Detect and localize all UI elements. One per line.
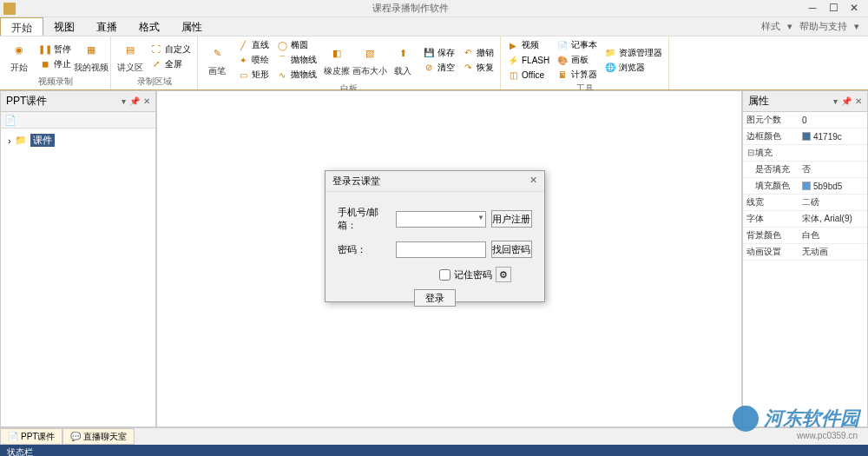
right-panel-title: 属性 (748, 94, 769, 109)
eraser-icon: ◧ (326, 43, 347, 63)
panel-pin-icon[interactable]: 📌 (841, 96, 852, 106)
tree-item-courseware[interactable]: › 📁 课件 (4, 132, 152, 149)
browser-button[interactable]: 🌐浏览器 (602, 61, 665, 75)
office-icon: ◫ (507, 69, 519, 81)
expand-icon: › (8, 135, 11, 146)
film-icon: ▦ (81, 39, 102, 60)
dialog-title: 登录云课堂 (332, 175, 380, 188)
group-record-label: 视频录制 (3, 75, 107, 89)
rect-button[interactable]: ▭矩形 (234, 68, 272, 82)
notepad-button[interactable]: 📄记事本 (554, 38, 600, 52)
undo-button[interactable]: ↶撤销 (459, 46, 496, 60)
my-video-button[interactable]: ▦ 我的视频 (76, 38, 107, 75)
redo-button[interactable]: ↷恢复 (459, 61, 496, 75)
folder-icon: 📁 (604, 47, 616, 59)
prop-font[interactable]: 字体 宋体, Arial(9) (743, 211, 867, 228)
curve-icon: ⌒ (276, 54, 288, 66)
help-link[interactable]: 帮助与支持 (799, 20, 847, 33)
settings-button[interactable]: ⚙ (496, 267, 511, 282)
record-icon: ◉ (9, 39, 30, 60)
tab-live[interactable]: 直播 (86, 17, 128, 36)
clear-button[interactable]: ⊘清空 (420, 61, 457, 75)
oval-button[interactable]: ◯椭圆 (273, 38, 319, 52)
group-area-label: 录制区域 (115, 75, 194, 89)
tab-properties[interactable]: 属性 (171, 17, 214, 36)
bottom-tab-ppt[interactable]: 📄PPT课件 (0, 428, 62, 445)
line-button[interactable]: ╱直线 (234, 38, 272, 52)
notepad-icon: 📄 (556, 39, 569, 51)
flash-button[interactable]: ⚡FLASH (504, 53, 552, 67)
parabola-button[interactable]: ⌒抛物线 (273, 53, 319, 67)
bottom-tab-chat[interactable]: 💬直播聊天室 (62, 428, 135, 445)
find-password-button[interactable]: 找回密码 (491, 241, 532, 258)
status-bar: 状态栏 (0, 445, 868, 456)
prop-animation[interactable]: 动画设置 无动画 (743, 244, 867, 261)
eraser-button[interactable]: ◧ 橡皮擦 (321, 38, 352, 82)
dialog-close-button[interactable]: ✕ (529, 175, 537, 188)
spray-button[interactable]: ✦喷绘 (234, 53, 272, 67)
prop-fill-color[interactable]: 填充颜色 5b9bd5 (743, 178, 867, 195)
prop-prim-count: 图元个数 0 (743, 112, 867, 129)
prop-line-width[interactable]: 线宽 二磅 (743, 195, 867, 211)
login-button[interactable]: 登录 (414, 289, 456, 307)
redo-icon: ↷ (462, 62, 474, 74)
drawboard-button[interactable]: 🎨画板 (554, 53, 600, 67)
office-button[interactable]: ◫Office (504, 68, 552, 82)
panel-close-icon[interactable]: ✕ (855, 96, 862, 106)
import-icon: ⬆ (392, 43, 413, 63)
panel-dropdown-icon[interactable]: ▾ (122, 96, 126, 106)
chat-icon: 💬 (70, 432, 81, 441)
remember-checkbox[interactable] (439, 269, 450, 281)
style-link[interactable]: 样式 (761, 20, 780, 33)
minimize-button[interactable]: ─ (806, 2, 819, 16)
left-panel-title: PPT课件 (6, 94, 47, 109)
phone-input[interactable] (396, 211, 486, 228)
spray-icon: ✦ (237, 54, 249, 66)
import-button[interactable]: ⬆ 载入 (387, 38, 418, 82)
brush-icon: ✎ (207, 43, 227, 63)
swatch-fill (802, 182, 811, 190)
pause-button[interactable]: ❚❚暂停 (36, 43, 74, 56)
panel-dropdown-icon[interactable]: ▾ (833, 96, 838, 106)
brush-button[interactable]: ✎ 画笔 (201, 38, 233, 82)
lecture-area-button[interactable]: ▤ 讲义区 (115, 38, 146, 75)
prop-has-fill[interactable]: 是否填充 否 (743, 162, 867, 178)
stop-icon: ◼ (39, 58, 51, 70)
save-icon: 💾 (423, 47, 435, 59)
panel-pin-icon[interactable]: 📌 (129, 96, 140, 106)
maximize-button[interactable]: ☐ (826, 2, 840, 16)
new-doc-icon[interactable]: 📄 (4, 114, 16, 126)
tab-view[interactable]: 视图 (43, 17, 86, 36)
panel-close-icon[interactable]: ✕ (143, 96, 150, 106)
save-button[interactable]: 💾保存 (420, 46, 457, 60)
stop-button[interactable]: ◼停止 (36, 57, 74, 71)
layers-icon: ▧ (359, 43, 380, 63)
resource-manager-button[interactable]: 📁资源管理器 (602, 46, 665, 60)
prop-border-color[interactable]: 边框颜色 41719c (743, 129, 867, 145)
folder-icon: 📁 (15, 135, 27, 146)
expand-icon[interactable]: ⊟ (746, 148, 755, 157)
tab-start[interactable]: 开始 (0, 17, 43, 36)
watermark-icon (733, 406, 759, 432)
calculator-button[interactable]: 🖩计算器 (554, 68, 600, 82)
password-label: 密码： (338, 243, 391, 256)
tab-format[interactable]: 格式 (128, 17, 171, 36)
fullscreen-button[interactable]: ⤢全屏 (148, 57, 194, 71)
video-tool-button[interactable]: ▶视频 (504, 38, 552, 52)
gear-icon: ⚙ (499, 269, 508, 281)
video-icon: ▶ (507, 39, 519, 51)
custom-area-button[interactable]: ⛶自定义 (148, 43, 194, 56)
app-icon (3, 3, 16, 15)
oval-icon: ◯ (276, 39, 288, 51)
register-button[interactable]: 用户注册 (491, 210, 532, 228)
close-button[interactable]: ✕ (847, 2, 861, 16)
parabola2-button[interactable]: ∿抛物线 (273, 68, 319, 82)
phone-label: 手机号/邮箱： (338, 206, 391, 232)
line-icon: ╱ (237, 39, 249, 51)
prop-fill-group[interactable]: ⊟填充 (743, 145, 867, 162)
prop-bg-color[interactable]: 背景颜色 白色 (743, 228, 867, 244)
password-input[interactable] (396, 241, 486, 258)
canvas-size-button[interactable]: ▧ 画布大小 (354, 38, 385, 82)
record-start-button[interactable]: ◉ 开始 (3, 38, 35, 75)
expand-icon: ⤢ (150, 58, 162, 70)
